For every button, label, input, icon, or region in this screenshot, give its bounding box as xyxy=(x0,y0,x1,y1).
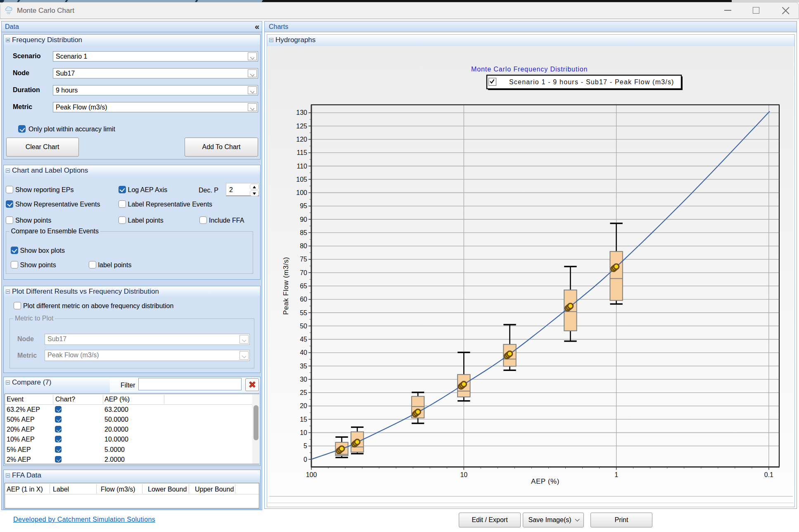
svg-text:60: 60 xyxy=(300,296,307,303)
svg-text:55: 55 xyxy=(300,309,307,316)
svg-text:40: 40 xyxy=(300,349,307,356)
svg-text:1: 1 xyxy=(614,471,618,478)
svg-text:10: 10 xyxy=(460,471,467,478)
svg-text:115: 115 xyxy=(296,149,307,156)
svg-text:105: 105 xyxy=(296,176,307,183)
svg-text:70: 70 xyxy=(300,269,307,276)
svg-text:130: 130 xyxy=(296,109,307,116)
svg-text:10: 10 xyxy=(300,429,307,436)
svg-text:100: 100 xyxy=(306,471,317,478)
svg-text:65: 65 xyxy=(300,283,307,290)
svg-text:5: 5 xyxy=(303,442,307,449)
svg-text:15: 15 xyxy=(300,416,307,423)
svg-text:Scenario 1 - 9 hours - Sub17 -: Scenario 1 - 9 hours - Sub17 - Peak Flow… xyxy=(509,78,674,86)
svg-text:85: 85 xyxy=(300,229,307,236)
svg-text:100: 100 xyxy=(296,189,307,196)
svg-text:0.1: 0.1 xyxy=(764,471,773,478)
svg-text:110: 110 xyxy=(296,163,307,170)
svg-text:20: 20 xyxy=(300,402,307,409)
svg-text:0: 0 xyxy=(303,456,307,463)
svg-text:25: 25 xyxy=(300,389,307,396)
svg-text:90: 90 xyxy=(300,216,307,223)
svg-text:Monte Carlo Frequency Distribu: Monte Carlo Frequency Distribution xyxy=(471,66,588,73)
svg-text:30: 30 xyxy=(300,376,307,383)
svg-text:AEP (%): AEP (%) xyxy=(531,477,560,485)
svg-text:Peak Flow (m3/s): Peak Flow (m3/s) xyxy=(282,257,290,315)
svg-text:125: 125 xyxy=(296,123,307,130)
svg-text:50: 50 xyxy=(300,323,307,330)
svg-text:80: 80 xyxy=(300,242,307,249)
svg-text:120: 120 xyxy=(296,136,307,143)
svg-text:75: 75 xyxy=(300,256,307,263)
svg-text:35: 35 xyxy=(300,363,307,370)
svg-text:45: 45 xyxy=(300,336,307,343)
svg-text:95: 95 xyxy=(300,202,307,209)
